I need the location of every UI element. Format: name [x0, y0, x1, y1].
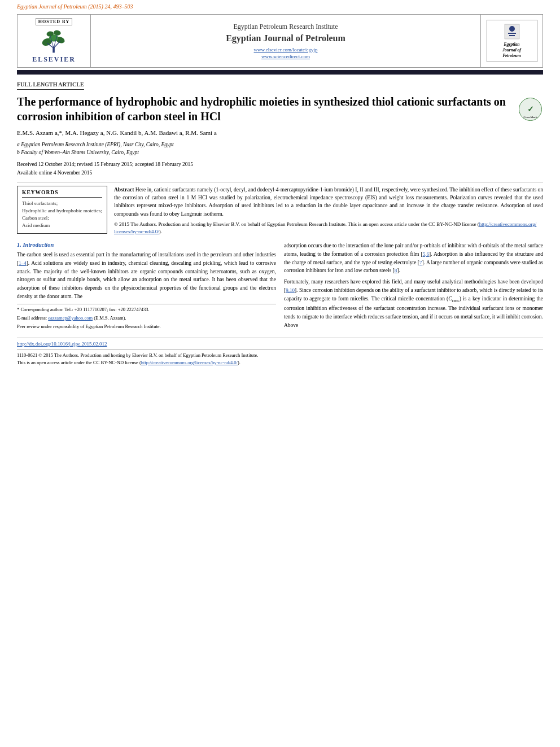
received-date: Received 12 October 2014; revised 15 Feb…	[17, 160, 543, 169]
abstract-section: KEYWORDS Thiol surfactants; Hydrophilic …	[17, 186, 543, 236]
available-date: Available online 4 November 2015	[17, 169, 543, 177]
keyword-4: Acid medium	[22, 222, 102, 228]
banner-center: Egyptian Petroleum Research Institute Eg…	[91, 15, 480, 67]
keyword-3: Carbon steel;	[22, 215, 102, 221]
abstract-label: Abstract	[114, 187, 134, 193]
cite-1-4[interactable]: 1–4	[19, 260, 27, 266]
crossmark-icon[interactable]: ✓ CrossMark	[518, 97, 543, 122]
footer-issn: 1110-0621 © 2015 The Authors. Production…	[17, 352, 543, 359]
intro-para-1: The carbon steel is used as essential pa…	[17, 251, 276, 301]
right-column: adsorption occurs due to the interaction…	[284, 242, 543, 333]
affiliations: a Egyptian Petroleum Research Institute …	[17, 141, 543, 157]
footer-open-access: This is an open access article under the…	[17, 359, 543, 366]
cc-link-abstract[interactable]: http://creativecommons.org/	[479, 221, 537, 227]
footnote-peer-review: Peer review under responsibility of Egyp…	[17, 323, 276, 330]
keywords-column: KEYWORDS Thiol surfactants; Hydrophilic …	[17, 186, 107, 236]
cite-9-10[interactable]: 9,10	[286, 287, 295, 293]
keyword-1: Thiol surfactants;	[22, 200, 102, 206]
footnote-corresponding: * Corresponding author. Tel.: +20 111771…	[17, 306, 276, 313]
banner-links: www.elsevier.com/locate/egyjp www.scienc…	[254, 47, 318, 59]
dates: Received 12 October 2014; revised 15 Feb…	[17, 160, 543, 177]
elsevier-logo-section: HOSTED BY ELSEV	[18, 15, 91, 67]
abstract-body: Here in, cationic surfactants namely (1-…	[114, 187, 543, 217]
footer: http://dx.doi.org/10.1016/j.ejpe.2015.02…	[17, 338, 543, 366]
divider-after-dates	[17, 182, 543, 182]
hosted-by-label: HOSTED BY	[36, 18, 72, 25]
elsevier-tree-icon	[38, 29, 69, 54]
footer-oa-link[interactable]: http://creativecommons.org/licenses/by-n…	[141, 360, 238, 365]
cc-link-abstract-2[interactable]: licenses/by-nc-nd/4.0/	[114, 229, 159, 234]
keyword-2: Hydrophilic and hydrophobic moieties;	[22, 208, 102, 213]
doi-link[interactable]: http://dx.doi.org/10.1016/j.ejpe.2015.02…	[17, 341, 107, 347]
main-body: 1. Introduction The carbon steel is used…	[17, 242, 543, 333]
intro-para-right-2: Fortunately, many researchers have explo…	[284, 278, 543, 329]
authors: E.M.S. Azzam a,*, M.A. Hegazy a, N.G. Ka…	[17, 129, 543, 136]
top-header: Egyptian Journal of Petroleum (2015) 24,…	[0, 0, 560, 12]
article-title: The performance of hydrophobic and hydro…	[17, 94, 543, 124]
footer-bottom: 1110-0621 © 2015 The Authors. Production…	[17, 349, 543, 366]
journal-title-top: Egyptian Journal of Petroleum (2015) 24,…	[17, 3, 133, 10]
article-type: FULL LENGTH ARTICLE	[17, 81, 84, 90]
article-content: FULL LENGTH ARTICLE The performance of h…	[0, 77, 560, 332]
svg-text:✓: ✓	[527, 105, 534, 113]
journal-logo-box: Egyptian Journal of Petroleum	[487, 20, 537, 62]
svg-rect-13	[508, 33, 516, 34]
journal-name-banner: Egyptian Journal of Petroleum	[226, 33, 345, 43]
affiliation-b: b Faculty of Women–Ain Shams University,…	[17, 148, 543, 156]
svg-point-12	[509, 26, 515, 32]
copyright-text: © 2015 The Authors. Production and hosti…	[114, 221, 543, 236]
email-link[interactable]: eazzamep@yahoo.com	[48, 315, 93, 321]
journal-logo-text: Egyptian Journal of Petroleum	[502, 42, 521, 58]
elsevier-logo: ELSEVIER	[32, 29, 76, 64]
abstract-text: Abstract Here in, cationic surfactants n…	[114, 186, 543, 218]
svg-rect-14	[509, 35, 515, 36]
sciencedirect-link[interactable]: www.sciencedirect.com	[261, 54, 310, 59]
keywords-title: KEYWORDS	[22, 190, 102, 198]
journal-logo-icon	[504, 23, 520, 40]
logo-banner: HOSTED BY ELSEV	[17, 14, 543, 68]
abstract-column: Abstract Here in, cationic surfactants n…	[114, 186, 543, 236]
dark-divider	[17, 70, 543, 75]
footnote-email: E-mail address: eazzamep@yahoo.com (E.M.…	[17, 314, 276, 322]
svg-text:CrossMark: CrossMark	[523, 116, 537, 119]
institute-name: Egyptian Petroleum Research Institute	[234, 23, 338, 31]
cite-8[interactable]: 8	[395, 268, 397, 273]
logo-right: Egyptian Journal of Petroleum	[480, 15, 542, 67]
cite-5-6[interactable]: 5,6	[423, 251, 429, 257]
cite-7[interactable]: 7	[419, 260, 422, 265]
star-footnotes: * Corresponding author. Tel.: +20 111771…	[17, 304, 276, 330]
affiliation-a: a Egyptian Petroleum Research Institute …	[17, 141, 543, 148]
intro-title: 1. Introduction	[17, 242, 276, 248]
intro-para-right-1: adsorption occurs due to the interaction…	[284, 242, 543, 276]
keywords-box: KEYWORDS Thiol surfactants; Hydrophilic …	[17, 186, 107, 234]
elsevier-link[interactable]: www.elsevier.com/locate/egyjp	[254, 47, 318, 53]
elsevier-text: ELSEVIER	[32, 55, 76, 64]
left-column: 1. Introduction The carbon steel is used…	[17, 242, 276, 333]
